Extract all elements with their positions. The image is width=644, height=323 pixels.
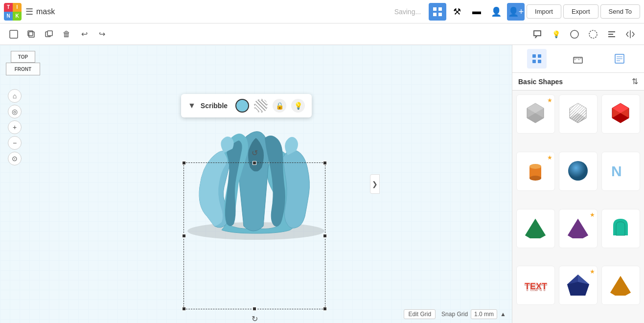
export-button[interactable]: Export: [563, 4, 598, 19]
canvas-area[interactable]: TOP FRONT ⌂ ◎ + − ⊙ ▼ Scribble 🔒 💡: [0, 45, 512, 323]
topbar-right-buttons: ⚒ ▬ 👤 👤+ Import Export Send To: [429, 3, 640, 21]
project-name[interactable]: mask: [36, 7, 55, 16]
gallery-button[interactable]: ▬: [468, 3, 485, 21]
perspective-tool[interactable]: ⊙: [8, 152, 22, 165]
scribble-lightbulb-button[interactable]: 💡: [291, 99, 305, 113]
align-button[interactable]: [604, 26, 620, 42]
duplicate-button[interactable]: [41, 26, 57, 42]
view-cube: TOP FRONT: [6, 51, 40, 90]
shape-preview: [606, 271, 636, 300]
shape-box-gray[interactable]: ★: [516, 94, 555, 134]
shape-preview: [606, 214, 636, 243]
home-tool[interactable]: ⌂: [8, 89, 22, 103]
svg-rect-18: [538, 60, 541, 63]
tools-button[interactable]: ⚒: [448, 3, 466, 21]
snap-grid-value[interactable]: 1.0 mm: [471, 309, 497, 319]
add-user-button[interactable]: 👤+: [507, 3, 525, 21]
svg-rect-16: [538, 54, 541, 58]
svg-text:N: N: [611, 163, 622, 179]
circle-shape-button[interactable]: [585, 26, 601, 42]
scribble-lock-button[interactable]: 🔒: [273, 99, 286, 113]
shapes-grid: ★: [512, 91, 644, 323]
shape-preview: N: [606, 157, 636, 186]
svg-marker-44: [525, 219, 546, 238]
shape-gem[interactable]: ★: [559, 266, 598, 305]
copy-button[interactable]: [23, 26, 39, 42]
shapes-dropdown-icon[interactable]: ⇅: [632, 77, 638, 86]
shapes-header: Basic Shapes ⇅: [512, 73, 644, 91]
shape-box-striped[interactable]: [559, 94, 598, 134]
shape-arch[interactable]: [601, 209, 640, 248]
svg-marker-53: [610, 276, 631, 296]
svg-point-41: [568, 161, 588, 181]
undo-button[interactable]: ↩: [76, 26, 92, 42]
fit-tool[interactable]: ◎: [8, 105, 22, 118]
svg-rect-8: [47, 31, 52, 36]
shape-preview: [521, 99, 551, 129]
shapes-tab[interactable]: [527, 49, 547, 69]
delete-button[interactable]: 🗑: [59, 26, 74, 42]
svg-rect-13: [608, 36, 615, 37]
main-area: TOP FRONT ⌂ ◎ + − ⊙ ▼ Scribble 🔒 💡: [0, 45, 644, 323]
shape-preview: [564, 271, 593, 300]
new-workspace-button[interactable]: [6, 26, 22, 42]
edit-grid-button[interactable]: Edit Grid: [404, 309, 436, 319]
shape-preview: TEXT TEXT: [521, 271, 551, 300]
svg-rect-17: [532, 60, 536, 63]
chat-icon-button[interactable]: [529, 26, 545, 42]
svg-point-9: [571, 30, 578, 38]
hamburger-icon[interactable]: ☰: [25, 6, 33, 17]
svg-rect-4: [10, 30, 18, 38]
shape-cylinder[interactable]: ★: [516, 152, 555, 191]
scribble-solid-color[interactable]: [235, 99, 249, 113]
profile-button[interactable]: 👤: [487, 3, 505, 21]
scribble-title: Scribble: [201, 102, 228, 110]
shapes-title: Basic Shapes: [518, 78, 563, 86]
toolbar2-right: 💡: [529, 26, 638, 42]
svg-point-40: [529, 176, 541, 181]
left-tools: ⌂ ◎ + − ⊙: [8, 89, 22, 165]
svg-rect-15: [532, 54, 536, 58]
snap-grid-dropdown-icon[interactable]: ▲: [500, 311, 506, 318]
svg-marker-46: [568, 219, 588, 238]
svg-text:TEXT: TEXT: [525, 283, 547, 293]
import-button[interactable]: Import: [527, 4, 561, 19]
zoom-out-tool[interactable]: −: [8, 136, 22, 150]
lightbulb-icon-button[interactable]: 💡: [548, 26, 564, 42]
shape-pyramid-yellow[interactable]: [601, 266, 640, 305]
svg-rect-11: [608, 31, 615, 32]
snap-grid-area: Snap Grid 1.0 mm ▲: [441, 309, 506, 319]
circle-outline-button[interactable]: [567, 26, 582, 42]
scribble-collapse-arrow[interactable]: ▼: [188, 101, 196, 110]
top-bar: T I N K ☰ mask Saving... ⚒ ▬ 👤 👤+ Import…: [0, 0, 644, 23]
saving-status: Saving...: [394, 8, 421, 16]
logo[interactable]: T I N K: [4, 3, 22, 21]
3d-object[interactable]: [178, 109, 334, 246]
svg-marker-51: [567, 282, 589, 296]
send-to-button[interactable]: Send To: [600, 4, 640, 19]
svg-rect-1: [438, 7, 442, 11]
ruler-tab[interactable]: [568, 49, 588, 69]
svg-point-10: [589, 30, 597, 38]
star-icon: ★: [590, 211, 595, 218]
redo-button[interactable]: ↪: [94, 26, 110, 42]
zoom-in-tool[interactable]: +: [8, 120, 22, 134]
panel-collapse-handle[interactable]: ❯: [370, 174, 380, 194]
mirror-button[interactable]: [622, 26, 638, 42]
scribble-hole-color[interactable]: [254, 99, 268, 113]
shape-box-red[interactable]: [601, 94, 640, 134]
snap-grid-label: Snap Grid: [441, 311, 468, 318]
shape-pyramid-purple[interactable]: ★: [559, 209, 598, 248]
cube-top-face[interactable]: TOP: [11, 51, 35, 63]
cube-front-face[interactable]: FRONT: [6, 63, 40, 75]
svg-rect-3: [438, 13, 442, 16]
shape-pyramid-green[interactable]: [516, 209, 555, 248]
shape-sphere[interactable]: [559, 152, 598, 191]
notes-tab[interactable]: [610, 49, 629, 69]
star-icon: ★: [590, 268, 595, 275]
shape-text3d[interactable]: N: [601, 152, 640, 191]
shape-text-red[interactable]: TEXT TEXT: [516, 266, 555, 305]
right-panel-tabs: [512, 45, 644, 73]
shape-preview: [521, 214, 551, 243]
grid-view-button[interactable]: [429, 3, 446, 21]
